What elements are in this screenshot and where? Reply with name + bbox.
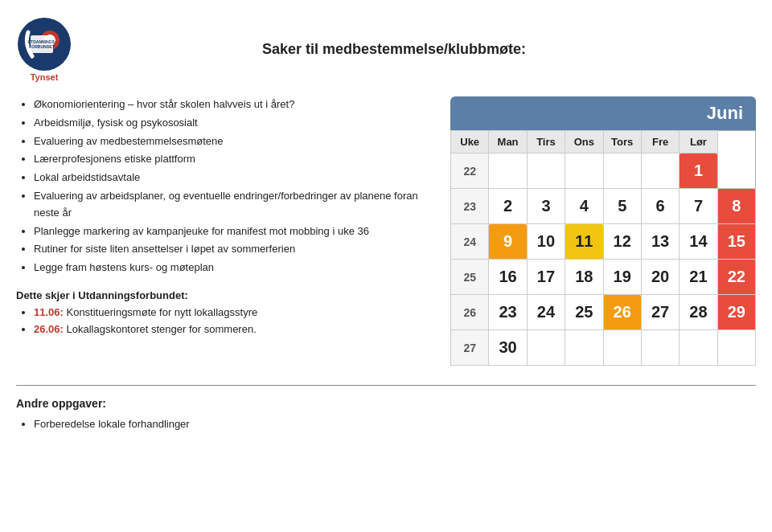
calendar-cell: 6 [641,189,679,224]
calendar-cell: 29 [717,295,755,330]
svg-text:FORBUNDET: FORBUNDET [29,44,54,49]
highlight-prefix: 26.06: [34,323,64,335]
calendar-col-header: Man [489,131,527,153]
calendar-cell: 21 [680,260,717,295]
calendar-cell: 14 [680,224,717,260]
bullet-list: Økonomiorientering – hvor står skolen ha… [16,96,434,276]
calendar-cell: 7 [680,189,717,224]
calendar-col-header: Lør [680,131,717,153]
calendar-cell [641,153,679,189]
calendar-cell: 16 [489,260,527,295]
list-item: Lokal arbeidstidsavtale [34,170,434,186]
calendar-week-number: 22 [451,153,489,189]
list-item: Forberedelse lokale forhandlinger [34,416,756,433]
calendar-cell: 28 [680,295,717,330]
calendar-table: UkeManTirsOnsTorsFreLør 2212323456782491… [450,130,756,366]
calendar-month: Juni [450,96,756,130]
calendar-cell: 12 [603,224,641,260]
calendar-cell: 30 [489,330,527,366]
calendar-cell [527,153,565,189]
calendar-cell: 9 [489,224,527,260]
dette-title: Dette skjer i Utdanningsforbundet: [16,289,434,301]
calendar-cell: 3 [527,189,565,224]
calendar-col-header: Fre [641,131,679,153]
list-item: Planlegge markering av kampanjeuke for m… [34,223,434,240]
main-content: Økonomiorientering – hvor står skolen ha… [16,96,756,366]
page: UTDANNINGS- FORBUNDET Tynset Saker til m… [16,16,756,433]
calendar-cell [641,330,679,366]
calendar-week-number: 23 [451,189,489,224]
calendar-cell [565,330,603,366]
calendar-cell [717,330,755,366]
list-item: 11.06: Konstitueringsmøte for nytt lokal… [34,305,434,321]
calendar-row: 2623242526272829 [451,295,756,330]
calendar-tbody: 2212323456782491011121314152516171819202… [451,153,756,366]
calendar-cell: 20 [641,260,679,295]
highlight-prefix: 11.06: [34,306,64,318]
calendar-cell: 11 [565,224,603,260]
list-item: Arbeidsmiljø, fysisk og psykososialt [34,115,434,132]
calendar-cell: 23 [489,295,527,330]
calendar-cell: 26 [603,295,641,330]
bullet-section: Økonomiorientering – hvor står skolen ha… [16,96,434,276]
calendar-row: 2730 [451,330,756,366]
calendar-cell [565,153,603,189]
calendar-col-header: Tirs [527,131,565,153]
calendar-cell: 17 [527,260,565,295]
calendar-cell: 5 [603,189,641,224]
calendar-cell: 4 [565,189,603,224]
calendar-week-number: 27 [451,330,489,366]
calendar-cell: 10 [527,224,565,260]
calendar-thead: UkeManTirsOnsTorsFreLør [451,131,756,153]
logo-place: Tynset [31,72,59,82]
list-item: Legge fram høstens kurs- og møteplan [34,260,434,276]
calendar-cell: 25 [565,295,603,330]
calendar-cell [680,330,717,366]
list-item: Evaluering av arbeidsplaner, og eventuel… [34,188,434,222]
calendar-cell [603,153,641,189]
calendar-column: Juni UkeManTirsOnsTorsFreLør 22123234567… [450,96,756,366]
calendar-col-header: Uke [451,131,489,153]
calendar-cell: 18 [565,260,603,295]
calendar-cell: 13 [641,224,679,260]
calendar-cell [527,330,565,366]
andre-list: Forberedelse lokale forhandlinger [16,416,756,433]
calendar-week-number: 25 [451,260,489,295]
calendar-cell [489,153,527,189]
calendar-header-row: UkeManTirsOnsTorsFreLør [451,131,756,153]
calendar-cell: 8 [717,189,755,224]
andre-title: Andre oppgaver: [16,397,756,410]
page-title: Saker til medbestemmelse/klubbmøte: [96,41,692,58]
calendar-col-header: Ons [565,131,603,153]
list-item: Økonomiorientering – hvor står skolen ha… [34,96,434,113]
logo-icon: UTDANNINGS- FORBUNDET [16,16,72,72]
calendar-cell: 19 [603,260,641,295]
calendar-col-header: Tors [603,131,641,153]
calendar-week-number: 26 [451,295,489,330]
calendar-row: 249101112131415 [451,224,756,260]
logo-area: UTDANNINGS- FORBUNDET Tynset [16,16,72,82]
calendar-cell: 15 [717,224,755,260]
bottom-section: Andre oppgaver: Forberedelse lokale forh… [16,385,756,433]
list-item: 26.06: Lokallagskontoret stenger for som… [34,321,434,338]
list-item: Evaluering av medbestemmelsesmøtene [34,133,434,150]
calendar-cell: 22 [717,260,755,295]
calendar-row: 2516171819202122 [451,260,756,295]
left-column: Økonomiorientering – hvor står skolen ha… [16,96,434,366]
calendar-week-number: 24 [451,224,489,260]
calendar-cell [603,330,641,366]
dette-section: Dette skjer i Utdanningsforbundet: 11.06… [16,289,434,338]
header: UTDANNINGS- FORBUNDET Tynset Saker til m… [16,16,756,82]
calendar-cell: 24 [527,295,565,330]
calendar-cell: 27 [641,295,679,330]
list-item: Lærerprofesjonens etiske plattform [34,151,434,168]
calendar-cell: 2 [489,189,527,224]
calendar-cell: 1 [680,153,717,189]
calendar-row: 232345678 [451,189,756,224]
calendar-row: 221 [451,153,756,189]
dette-list: 11.06: Konstitueringsmøte for nytt lokal… [16,305,434,338]
list-item: Rutiner for siste liten ansettelser i lø… [34,241,434,258]
